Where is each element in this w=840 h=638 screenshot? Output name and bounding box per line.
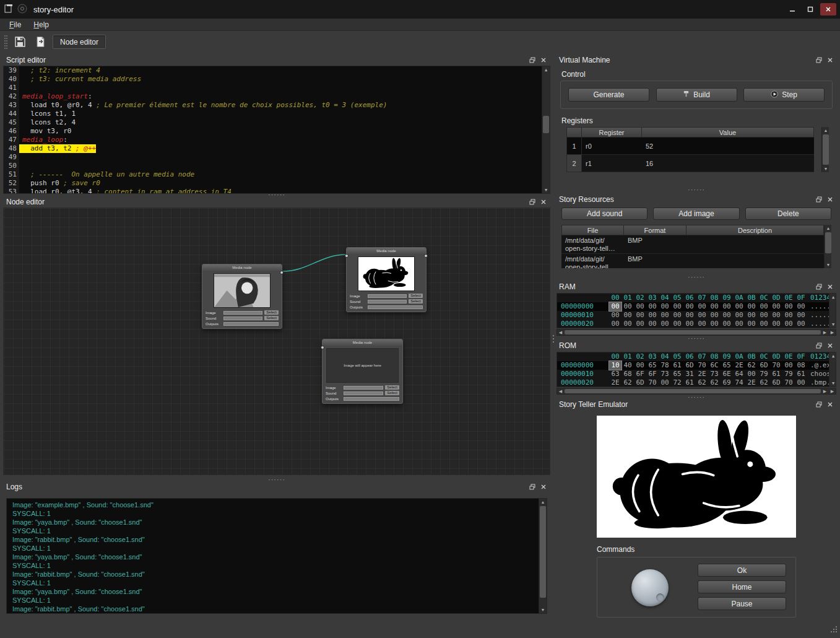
ram-row[interactable]: 0000000000000000000000000000000000000000…	[557, 302, 829, 311]
rom-byte[interactable]: 2E	[696, 370, 708, 378]
float-panel-icon[interactable]	[815, 56, 823, 64]
ram-row[interactable]: 0000002000000000000000000000000000000000…	[557, 320, 829, 328]
menu-help[interactable]: Help	[28, 19, 54, 30]
rom-byte[interactable]: 73	[708, 370, 721, 378]
close-panel-icon[interactable]	[826, 196, 834, 204]
close-panel-icon[interactable]	[826, 56, 834, 64]
resources-table[interactable]: File Format Description /mnt/data/git/ o…	[561, 225, 831, 268]
rom-byte[interactable]: 08	[795, 361, 807, 370]
file-column-header[interactable]: File	[561, 225, 624, 235]
close-panel-icon[interactable]	[826, 342, 834, 350]
rom-byte[interactable]: 65	[646, 361, 659, 370]
ram-byte[interactable]: 00	[770, 311, 782, 320]
ram-byte[interactable]: 00	[721, 320, 733, 328]
scroll-down-icon[interactable]: ▼	[829, 321, 836, 328]
close-panel-icon[interactable]	[539, 198, 547, 206]
ram-byte[interactable]: 00	[696, 302, 708, 311]
ram-byte[interactable]: 00	[671, 311, 683, 320]
ram-byte[interactable]: 00	[609, 311, 621, 320]
media-node-1[interactable]: Media node ImageSelectSoundSelectOutputs	[202, 264, 282, 329]
ok-button[interactable]: Ok	[698, 564, 786, 577]
resources-scrollbar[interactable]: ▲ ▼	[824, 225, 831, 268]
rom-byte[interactable]: 72	[671, 378, 683, 387]
float-panel-icon[interactable]	[528, 198, 536, 206]
rom-byte[interactable]: 6D	[770, 378, 782, 387]
rom-byte[interactable]: 10	[609, 361, 621, 370]
maximize-button[interactable]	[802, 3, 818, 15]
save-button[interactable]	[12, 34, 28, 50]
ram-byte[interactable]: 00	[659, 302, 671, 311]
close-panel-icon[interactable]	[539, 483, 547, 491]
rom-byte[interactable]: 6F	[646, 370, 659, 378]
rom-byte[interactable]: 00	[659, 378, 671, 387]
ram-byte[interactable]: 00	[621, 302, 634, 311]
rom-byte[interactable]: 6D	[758, 361, 770, 370]
registers-table[interactable]: Register Value 1r0522r116 ▲ ▼	[566, 127, 821, 172]
rom-hex-view[interactable]: 000102030405060708090A0B0C0D0E0F01234567…	[556, 352, 836, 387]
rom-row[interactable]: 0000001063686F6F7365312E736E640079617961…	[557, 370, 829, 378]
ram-byte[interactable]: 00	[696, 320, 708, 328]
ram-byte[interactable]: 00	[795, 311, 807, 320]
scroll-up-icon[interactable]: ▲	[822, 127, 829, 134]
step-button[interactable]: Step	[743, 88, 825, 102]
add-sound-button[interactable]: Add sound	[561, 208, 647, 220]
vertical-splitter-handle[interactable]	[551, 55, 555, 623]
rom-row[interactable]: 000000001040006578616D706C652E626D700008…	[557, 361, 829, 370]
generate-button[interactable]: Generate	[568, 88, 649, 102]
node-output-port[interactable]	[424, 254, 428, 258]
ram-byte[interactable]: 00	[683, 311, 696, 320]
float-panel-icon[interactable]	[815, 401, 823, 409]
resource-row[interactable]: /mnt/data/git/ open-story-tell…BMP	[561, 254, 831, 268]
rom-byte[interactable]: 73	[659, 370, 671, 378]
log-output[interactable]: Image: "example.bmp" , Sound: "choose1.s…	[6, 498, 547, 614]
resource-row[interactable]: /mnt/data/git/ open-story-tell…BMP	[561, 235, 831, 254]
ram-byte[interactable]: 00	[733, 311, 745, 320]
registers-scrollbar[interactable]: ▲ ▼	[821, 127, 829, 172]
scroll-down-icon[interactable]: ▼	[825, 261, 831, 268]
rom-byte[interactable]: 62	[696, 378, 708, 387]
ram-byte[interactable]: 00	[708, 311, 721, 320]
node-canvas[interactable]: Media node ImageSelectSoundSelectOutputs…	[3, 208, 550, 475]
ram-byte[interactable]: 00	[646, 311, 659, 320]
node-row-select-button[interactable]: Select	[385, 385, 399, 390]
toolbar-drag-handle[interactable]	[4, 35, 7, 49]
minimize-button[interactable]	[784, 3, 800, 15]
rom-byte[interactable]: 61	[671, 361, 683, 370]
node-title[interactable]: Media node	[347, 248, 426, 254]
rom-byte[interactable]: 65	[671, 370, 683, 378]
scroll-right-icon[interactable]: ▶	[829, 330, 836, 335]
ram-byte[interactable]: 00	[745, 320, 758, 328]
rom-byte[interactable]: 6C	[708, 361, 721, 370]
rom-byte[interactable]: 40	[621, 361, 634, 370]
register-row[interactable]: 1r052	[566, 138, 821, 155]
rom-byte[interactable]: 6F	[634, 370, 646, 378]
ram-byte[interactable]: 00	[646, 302, 659, 311]
node-row-field[interactable]	[368, 300, 407, 304]
node-title[interactable]: Media node	[323, 339, 402, 346]
register-row[interactable]: 2r116	[566, 155, 821, 172]
node-row-select-button[interactable]: Select	[385, 391, 399, 395]
media-node-3[interactable]: Media node Image will appear here ImageS…	[322, 339, 403, 404]
logs-scrollbar[interactable]: ▲ ▼	[539, 499, 547, 613]
rom-byte[interactable]: 78	[659, 361, 671, 370]
rom-byte[interactable]: 65	[721, 361, 733, 370]
scroll-down-icon[interactable]: ▼	[829, 380, 836, 387]
float-panel-icon[interactable]	[815, 196, 823, 204]
scroll-down-icon[interactable]: ▼	[539, 606, 547, 613]
rom-byte[interactable]: 6E	[721, 370, 733, 378]
rom-byte[interactable]: 00	[745, 370, 758, 378]
ram-byte[interactable]: 00	[733, 320, 745, 328]
node-row-field[interactable]	[223, 317, 262, 320]
rom-byte[interactable]: 70	[646, 378, 659, 387]
home-button[interactable]: Home	[698, 580, 786, 593]
node-input-port[interactable]	[345, 254, 349, 258]
ram-byte[interactable]: 00	[671, 320, 683, 328]
rom-row[interactable]: 000000202E626D70007261626269742E626D7000…	[557, 378, 829, 387]
scroll-left-icon[interactable]: ◀	[557, 388, 564, 394]
ram-byte[interactable]: 00	[659, 320, 671, 328]
float-panel-icon[interactable]	[815, 342, 823, 350]
delete-resource-button[interactable]: Delete	[745, 208, 831, 220]
ram-byte[interactable]: 00	[634, 302, 646, 311]
ram-byte[interactable]: 00	[758, 311, 770, 320]
rom-byte[interactable]: 62	[621, 378, 634, 387]
